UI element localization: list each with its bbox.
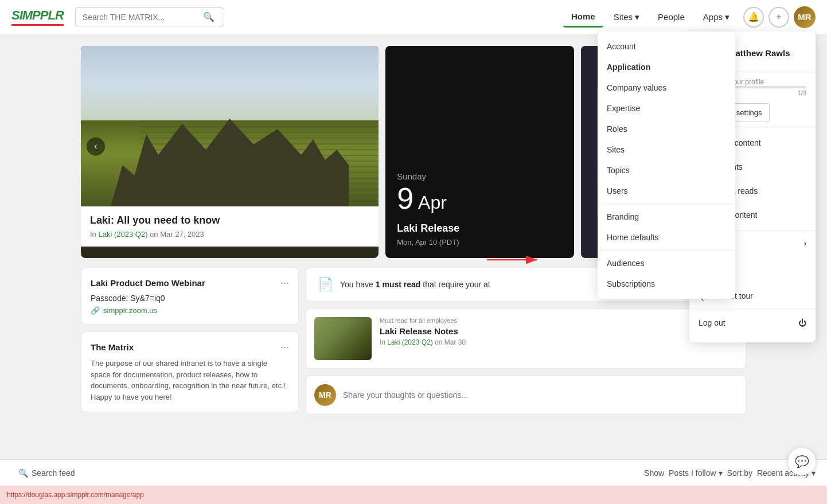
- must-read-count: 1 must read: [376, 280, 421, 289]
- subscriptions-item[interactable]: Subscriptions: [598, 274, 735, 294]
- must-read-title[interactable]: Laki Release Notes: [380, 326, 738, 336]
- matrix-more-button[interactable]: ···: [280, 341, 289, 353]
- must-read-item[interactable]: Must read for all employees Laki Release…: [306, 308, 746, 369]
- external-link-icon: 🔗: [91, 306, 100, 315]
- nav-people[interactable]: People: [650, 7, 693, 26]
- apps-dropdown: Account Application Company values Exper…: [598, 32, 735, 299]
- hero-title: Laki: All you need to know: [90, 214, 369, 226]
- webinar-title[interactable]: Laki Product Demo Webinar: [91, 278, 205, 288]
- matrix-title[interactable]: The Matrix: [91, 342, 134, 352]
- audiences-item[interactable]: Audiences: [598, 253, 735, 274]
- application-item[interactable]: Application: [598, 57, 735, 77]
- composer-avatar: MR: [314, 384, 336, 406]
- must-read-info: Must read for all employees Laki Release…: [380, 317, 738, 346]
- matrix-card-header: The Matrix ···: [91, 341, 289, 353]
- document-icon: 📄: [318, 277, 333, 292]
- avatar[interactable]: MR: [794, 6, 816, 28]
- home-defaults-item[interactable]: Home defaults: [598, 227, 735, 248]
- chevron-down-icon: ▾: [635, 12, 639, 22]
- users-item[interactable]: Users: [598, 181, 735, 201]
- branding-item[interactable]: Branding: [598, 206, 735, 227]
- hero-month: Apr: [418, 192, 447, 213]
- logout-label: Log out: [699, 318, 725, 327]
- hero-event-title: Laki Release: [397, 222, 562, 235]
- chevron-down-icon: ▾: [725, 12, 730, 22]
- notifications-button[interactable]: 🔔: [743, 7, 764, 28]
- webinar-more-button[interactable]: ···: [280, 277, 289, 289]
- nav-sites[interactable]: Sites ▾: [606, 7, 647, 27]
- hero-day-number: 9: [397, 183, 414, 213]
- matrix-card: The Matrix ··· The purpose of our shared…: [81, 331, 299, 412]
- topics-item[interactable]: Topics: [598, 160, 735, 181]
- left-cards: Laki Product Demo Webinar ··· Passcode: …: [81, 267, 299, 415]
- nav-apps[interactable]: Apps ▾: [695, 7, 738, 27]
- must-read-meta: In Laki (2023 Q2) on Mar 30: [380, 338, 738, 346]
- account-item[interactable]: Account: [598, 36, 735, 57]
- hero-landscape-image: [81, 46, 379, 206]
- hero-day-name: Sunday: [397, 171, 562, 181]
- matrix-body: The purpose of our shared intranet is to…: [91, 358, 289, 403]
- roles-item[interactable]: Roles: [598, 119, 735, 139]
- profile-name: Matthew Rawls: [728, 48, 790, 58]
- apps-divider-2: [598, 250, 735, 251]
- search-input[interactable]: [83, 13, 203, 22]
- top-navigation: SIMPPLR 🔍 Home Sites ▾ People Apps ▾ 🔔 ＋…: [0, 0, 827, 34]
- search-bar-container: 🔍: [75, 7, 224, 26]
- power-icon: ⏻: [798, 318, 806, 327]
- must-read-thumb-image: [314, 317, 372, 360]
- nav-home[interactable]: Home: [563, 7, 603, 28]
- webinar-card: Laki Product Demo Webinar ··· Passcode: …: [81, 267, 299, 325]
- expertise-item[interactable]: Expertise: [598, 98, 735, 119]
- hero-date-card[interactable]: Sunday 9 Apr Laki Release Mon, Apr 10 (P…: [385, 46, 574, 258]
- must-read-banner-text: You have 1 must read that require your a…: [340, 280, 490, 289]
- sky-background: [81, 46, 379, 120]
- add-button[interactable]: ＋: [769, 7, 789, 28]
- hero-prev-button[interactable]: ‹: [87, 137, 105, 155]
- webinar-card-header: Laki Product Demo Webinar ···: [91, 277, 289, 289]
- company-values-item[interactable]: Company values: [598, 77, 735, 98]
- apps-divider-1: [598, 204, 735, 204]
- hero-event-date: Mon, Apr 10 (PDT): [397, 238, 562, 247]
- search-icon: 🔍: [203, 11, 214, 22]
- post-composer: MR: [306, 376, 746, 415]
- must-read-site-link[interactable]: Laki (2023 Q2): [387, 338, 432, 346]
- chevron-right-icon: ›: [804, 239, 806, 248]
- hero-site-link[interactable]: Laki (2023 Q2): [98, 230, 147, 239]
- webinar-passcode: Passcode: Sy&7=iq0: [91, 294, 289, 303]
- sites-item[interactable]: Sites: [598, 139, 735, 160]
- hero-meta: In Laki (2023 Q2) on Mar 27, 2023: [90, 230, 369, 239]
- logo[interactable]: SIMPPLR: [11, 8, 64, 26]
- hero-caption: Laki: All you need to know In Laki (2023…: [81, 206, 379, 247]
- divider-3: [689, 308, 816, 309]
- nav-links: Home Sites ▾ People Apps ▾: [563, 7, 738, 28]
- composer-input[interactable]: [343, 390, 738, 400]
- hero-main-card[interactable]: ‹ Laki: All you need to know In Laki (20…: [81, 46, 379, 258]
- nav-icons: 🔔 ＋ MR: [743, 6, 816, 28]
- logout-item[interactable]: Log out ⏻: [689, 312, 816, 333]
- must-read-label: Must read for all employees: [380, 317, 738, 324]
- must-read-thumbnail: [314, 317, 372, 360]
- webinar-link[interactable]: 🔗 simpplr.zoom.us: [91, 306, 289, 315]
